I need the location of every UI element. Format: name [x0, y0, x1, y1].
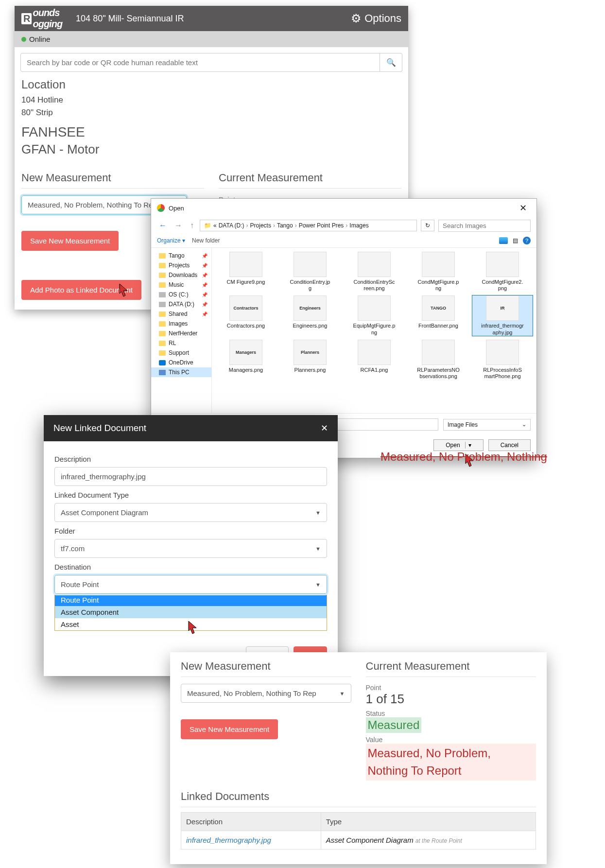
pin-icon: 📌	[202, 302, 207, 307]
file-name: CondMgtFigure2.png	[481, 279, 524, 292]
folder-icon	[159, 321, 166, 327]
thumbnail	[229, 252, 262, 277]
tree-item[interactable]: DATA (D:)📌	[151, 299, 211, 309]
file-item[interactable]: PlannersPlanners.png	[280, 340, 340, 380]
tree-item[interactable]: NerfHerder	[151, 329, 211, 338]
view-list-icon[interactable]: ▤	[513, 237, 518, 244]
destination-select[interactable]: Route Point ▼	[54, 575, 327, 594]
pin-icon: 📌	[202, 273, 207, 278]
thumbnail	[486, 252, 519, 277]
cancel-button[interactable]: Cancel	[488, 439, 531, 451]
cursor-icon	[116, 283, 130, 300]
annotation-text: Measured, No Problem, Nothing	[380, 450, 547, 464]
dropdown-item[interactable]: Asset Component	[55, 606, 327, 618]
file-grid: CM Figure9.pngConditionEntry.jpgConditio…	[212, 248, 536, 413]
open-button[interactable]: Open ▾	[433, 439, 483, 451]
close-icon[interactable]: ✕	[516, 203, 531, 213]
tree-item[interactable]: This PC	[151, 367, 211, 377]
dropdown-item[interactable]: Route Point	[55, 594, 327, 606]
search-button[interactable]: 🔍	[380, 53, 402, 72]
file-name: CM Figure9.png	[227, 279, 265, 285]
linked-documents-table: Description Type infrared_thermography.j…	[181, 812, 536, 850]
new-measurement-heading: New Measurement	[181, 660, 351, 677]
tree-item[interactable]: Downloads📌	[151, 270, 211, 280]
up-arrow-icon[interactable]: ↑	[188, 219, 196, 232]
file-name: RCFA1.png	[361, 367, 388, 373]
file-item[interactable]: ManagersManagers.png	[216, 340, 276, 380]
tree-item[interactable]: Music📌	[151, 280, 211, 290]
folder-icon	[159, 331, 166, 336]
disk-icon	[159, 292, 166, 297]
refresh-icon[interactable]: ↻	[421, 220, 434, 231]
pin-icon: 📌	[202, 292, 207, 297]
file-item[interactable]: EngineersEngineers.png	[280, 295, 340, 335]
tree-item[interactable]: Shared📌	[151, 309, 211, 319]
destination-label: Destination	[54, 563, 327, 571]
tree-item[interactable]: OneDrive	[151, 358, 211, 367]
folder-icon: 📁	[204, 222, 211, 229]
file-item[interactable]: IRinfrared_thermography.jpg	[472, 295, 533, 335]
save-measurement-button[interactable]: Save New Measurement	[181, 719, 278, 739]
filetype-select[interactable]: Image Files ⌄	[443, 419, 531, 431]
file-item[interactable]: ContractorsContractors.png	[216, 295, 276, 335]
tree-item[interactable]: Tango📌	[151, 251, 211, 260]
view-icon[interactable]	[499, 237, 508, 244]
file-item[interactable]: RLProcessInfoSmartPhone.png	[472, 340, 533, 380]
measurement-select[interactable]: Measured, No Problem, Nothing To Rep ▼	[181, 684, 351, 703]
tree-item[interactable]: RL	[151, 338, 211, 348]
file-item[interactable]: CondMgtFigure2.png	[472, 252, 533, 292]
file-item[interactable]: RLParametersNObservations.png	[408, 340, 468, 380]
thumbnail: Planners	[294, 340, 327, 365]
thumbnail	[358, 252, 391, 277]
organize-button[interactable]: Organize ▾	[157, 237, 185, 244]
new-folder-button[interactable]: New folder	[192, 237, 220, 244]
caret-down-icon: ▼	[340, 691, 345, 696]
thumbnail: Contractors	[229, 295, 262, 321]
file-name: infrared_thermography.jpg	[481, 323, 524, 335]
search-input[interactable]	[20, 53, 380, 72]
help-icon[interactable]: ?	[523, 237, 531, 244]
search-icon: 🔍	[386, 58, 396, 67]
tree-item[interactable]: OS (C:)📌	[151, 290, 211, 299]
file-item[interactable]: ConditionEntryScreen.png	[344, 252, 404, 292]
file-item[interactable]: EquipMgtFigure.png	[344, 295, 404, 335]
file-item[interactable]: RCFA1.png	[344, 340, 404, 380]
file-item[interactable]: CM Figure9.png	[216, 252, 276, 292]
back-arrow-icon[interactable]: ←	[157, 219, 169, 232]
thumbnail	[422, 340, 455, 365]
caret-down-icon: ▾	[465, 442, 471, 449]
save-measurement-button[interactable]: Save New Measurement	[21, 231, 119, 251]
options-button[interactable]: ⚙ Options	[351, 12, 401, 25]
file-item[interactable]: CondMgtFigure.png	[408, 252, 468, 292]
type-select[interactable]: Asset Component Diagram ▼	[54, 503, 327, 522]
point-label: Point	[366, 684, 536, 692]
folder-icon	[159, 273, 166, 278]
table-header: Type	[321, 813, 536, 831]
thumbnail: Engineers	[294, 295, 327, 321]
modal-header: New Linked Document ✕	[44, 415, 338, 441]
folder-icon	[159, 263, 166, 268]
tree-item[interactable]: Projects📌	[151, 260, 211, 270]
table-row: infrared_thermography.jpg Asset Componen…	[181, 831, 536, 850]
value-label: Value	[366, 736, 536, 744]
thumbnail	[422, 252, 455, 277]
search-row: 🔍	[15, 47, 408, 78]
forward-arrow-icon[interactable]: →	[173, 219, 184, 232]
tree-item[interactable]: Images	[151, 319, 211, 329]
cursor-icon	[185, 620, 199, 638]
file-item[interactable]: TANGOFrontBanner.png	[408, 295, 468, 335]
description-label: Description	[54, 455, 327, 463]
type-label: Linked Document Type	[54, 491, 327, 499]
close-icon[interactable]: ✕	[321, 423, 328, 434]
measurement-selected: Measured, No Problem, Nothing To Rep	[28, 201, 157, 209]
description-input[interactable]	[54, 467, 327, 486]
tree-item[interactable]: Support	[151, 348, 211, 358]
folder-select[interactable]: tf7.com ▼	[54, 539, 327, 558]
folder-icon	[159, 312, 166, 317]
gear-icon: ⚙	[351, 12, 362, 25]
breadcrumb[interactable]: 📁 « DATA (D:)› Projects› Tango› Power Po…	[200, 220, 417, 231]
document-link[interactable]: infrared_thermography.jpg	[186, 836, 271, 844]
dialog-search-input[interactable]	[438, 220, 531, 232]
modal-title: New Linked Document	[53, 423, 146, 434]
file-item[interactable]: ConditionEntry.jpg	[280, 252, 340, 292]
